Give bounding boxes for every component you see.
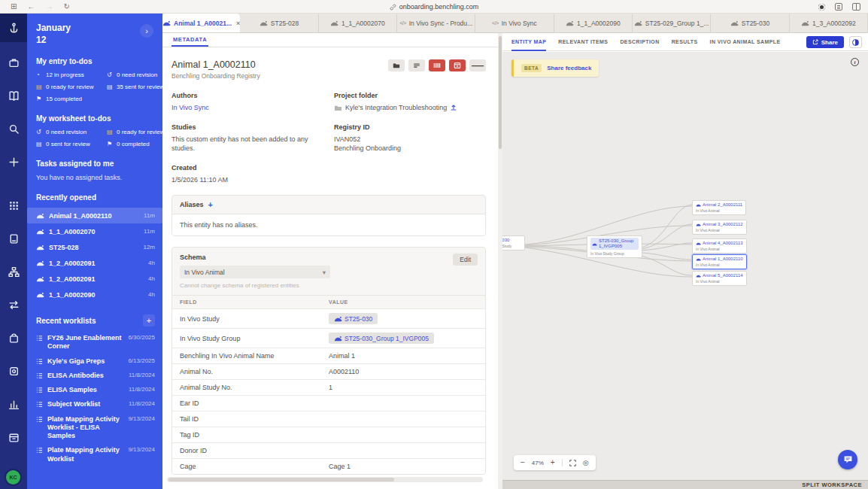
workspace-tab[interactable]: ST25-029_Group 1_...: [633, 14, 711, 32]
unregister-button[interactable]: [429, 59, 445, 71]
horizontal-scrollbar[interactable]: [167, 477, 483, 482]
table-row[interactable]: In Vivo Study ST25-030: [172, 308, 485, 328]
todo-stat[interactable]: 12 in progress: [36, 71, 107, 78]
rail-item-lineage[interactable]: [0, 259, 27, 284]
add-alias-button[interactable]: +: [208, 200, 213, 209]
todo-stat[interactable]: 0 need revision: [36, 129, 107, 135]
rail-item-apps[interactable]: [0, 193, 27, 218]
workspace-tab[interactable]: </> In Vivo Sync - Produ...: [397, 14, 475, 32]
scrollbar-thumb[interactable]: [499, 36, 502, 149]
back-icon[interactable]: ←: [27, 3, 35, 11]
recently-opened-item[interactable]: 1_1_A0002090 4h: [27, 287, 162, 302]
worklist-item[interactable]: Plate Mapping Activity Worklist - ELISA …: [36, 412, 155, 444]
recently-opened-item[interactable]: 1_2_A0002091 4h: [27, 255, 162, 271]
share-button[interactable]: Share: [806, 36, 844, 48]
recently-opened-item[interactable]: ST25-028 12m: [27, 239, 162, 255]
map-node-study[interactable]: ST25-030 In Vivo Study: [502, 235, 525, 251]
rail-item-insights[interactable]: [0, 391, 27, 417]
map-node-animal[interactable]: Animal 1_A0002110 In Vivo Animal: [692, 254, 747, 269]
workspace-tab[interactable]: Animal 1_A00021... ×: [162, 14, 240, 32]
map-node-group[interactable]: ST25-030_Group 1_IVGP005 In Vivo Study G…: [587, 235, 642, 258]
workspace-tab[interactable]: 1_3_A0002092: [790, 14, 868, 32]
table-row[interactable]: Animal No. A0002110: [172, 363, 485, 379]
tab-metadata[interactable]: METADATA: [171, 36, 208, 47]
worklist-item[interactable]: FY26 June Enablement Corner 6/30/2025: [36, 331, 155, 354]
recently-opened-item[interactable]: Animal 1_A0002110 11m: [27, 208, 162, 223]
workspace-tab[interactable]: </> In Vivo Sync: [475, 14, 554, 32]
rail-item-create[interactable]: [0, 149, 27, 175]
map-node-animal[interactable]: Animal 3_A0002112 In Vivo Animal: [692, 220, 747, 235]
help-chat-button[interactable]: [838, 450, 857, 469]
worklist-item[interactable]: ELISA Samples 11/8/2024: [36, 383, 155, 397]
schema-edit-button[interactable]: Edit: [453, 254, 478, 266]
workspace-tab[interactable]: ST25-030: [711, 14, 789, 32]
table-row[interactable]: Tag ID: [172, 427, 485, 442]
table-row[interactable]: Tail ID: [172, 411, 485, 427]
table-row[interactable]: Cage Cage 1: [172, 458, 485, 474]
right-panel-tab[interactable]: RELEVANT ITEMS: [558, 33, 608, 51]
more-actions-button[interactable]: —: [469, 59, 486, 71]
rail-item-workflows[interactable]: [0, 292, 27, 317]
entity-map-canvas[interactable]: BETA Share feedback i ST25-030 In Vivo S…: [502, 52, 868, 480]
rail-item-registry[interactable]: [0, 226, 27, 251]
rail-item-notebook[interactable]: [0, 83, 27, 108]
schema-select[interactable]: In Vivo Animal ▾: [180, 266, 330, 278]
user-avatar[interactable]: KC: [5, 469, 22, 486]
rail-item-search[interactable]: [0, 116, 27, 141]
recently-opened-item[interactable]: 1_2_A0002091 4h: [27, 271, 162, 287]
todo-stat[interactable]: 0 ready for review: [107, 129, 162, 135]
table-row[interactable]: In Vivo Study Group ST25-030_Group 1_IVG…: [172, 328, 485, 348]
workspace-tab[interactable]: 1_1_A0002090: [554, 14, 633, 32]
map-node-animal[interactable]: Animal 4_A0002113 In Vivo Animal: [692, 238, 747, 254]
todo-stat[interactable]: 0 ready for review: [36, 84, 107, 90]
table-row[interactable]: Benchling In Vivo Animal Name Animal 1: [172, 348, 485, 363]
right-panel-tab[interactable]: RESULTS: [672, 33, 698, 51]
rail-item-requests[interactable]: [0, 325, 27, 351]
todo-stat[interactable]: 0 sent for review: [36, 141, 107, 147]
add-worklist-button[interactable]: +: [143, 314, 155, 327]
todo-stat[interactable]: 35 sent for review: [107, 84, 162, 90]
authors-link[interactable]: In Vivo Sync: [171, 103, 323, 113]
zoom-out-button[interactable]: −: [520, 459, 525, 466]
archive-button[interactable]: [449, 59, 466, 71]
table-row[interactable]: Donor ID: [172, 442, 485, 458]
todo-stat[interactable]: 0 need revision: [107, 71, 162, 78]
record-icon[interactable]: [818, 4, 825, 11]
worklist-item[interactable]: Plate Mapping Activity Worklist 9/13/202…: [36, 443, 155, 466]
todo-stat[interactable]: 0 completed: [107, 141, 162, 147]
address-bar[interactable]: onboarding.benchling.com: [0, 0, 868, 14]
panel-toggle-button[interactable]: [849, 36, 862, 48]
fit-to-screen-button[interactable]: [569, 460, 576, 466]
worklist-item[interactable]: Kyle's Giga Preps 6/13/2025: [36, 354, 155, 369]
worklist-item[interactable]: ELISA Antibodies 11/8/2024: [36, 369, 155, 383]
reader-icon[interactable]: [835, 3, 842, 11]
reload-icon[interactable]: ↻: [63, 3, 69, 11]
recently-opened-item[interactable]: 1_1_A0002070 11m: [27, 223, 162, 239]
scrollbar-thumb[interactable]: [168, 478, 394, 481]
right-panel-tab[interactable]: ENTITY MAP: [511, 33, 546, 51]
rail-item-inventory[interactable]: [0, 358, 27, 384]
workspace-tab[interactable]: ST25-028: [240, 14, 318, 32]
info-icon[interactable]: i: [851, 58, 859, 66]
sidebar-toggle-icon[interactable]: ⊞: [11, 3, 17, 11]
forward-icon[interactable]: →: [45, 3, 53, 11]
worklist-add-button[interactable]: [408, 59, 425, 71]
right-panel-tab[interactable]: IN VIVO ANIMAL SAMPLE: [710, 33, 781, 51]
rail-item-home[interactable]: [0, 14, 27, 42]
map-node-animal[interactable]: Animal 5_A0002114 In Vivo Animal: [692, 271, 747, 286]
map-node-animal[interactable]: Animal 2_A0002111 In Vivo Animal: [692, 200, 746, 215]
next-day-button[interactable]: ›: [140, 24, 153, 38]
workspace-tab[interactable]: 1_1_A0002070: [319, 14, 397, 32]
rail-item-projects[interactable]: [0, 50, 27, 75]
split-view-icon[interactable]: [852, 3, 860, 11]
table-row[interactable]: Animal Study No. 1: [172, 379, 485, 395]
move-folder-button[interactable]: [388, 59, 405, 71]
share-folder-icon[interactable]: [450, 104, 457, 111]
share-feedback-link[interactable]: Share feedback: [547, 65, 591, 71]
worklist-item[interactable]: Subject Worklist 11/8/2024: [36, 397, 155, 412]
todo-stat[interactable]: 15 completed: [36, 96, 107, 102]
split-workspace-button[interactable]: SPLIT WORKSPACE: [502, 480, 868, 489]
right-panel-tab[interactable]: DESCRIPTION: [620, 33, 659, 51]
rail-item-archive[interactable]: [0, 424, 27, 450]
project-folder-link[interactable]: Kyle's Integration Troubleshooting: [345, 103, 447, 113]
